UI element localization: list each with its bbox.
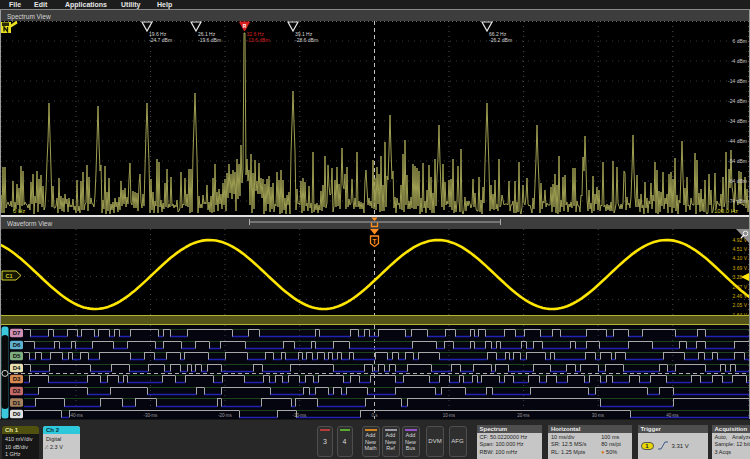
- svg-text:2.46 V: 2.46 V: [733, 293, 748, 299]
- svg-text:-30 ms: -30 ms: [144, 413, 159, 418]
- svg-text:D2: D2: [13, 388, 21, 394]
- svg-text:D3: D3: [13, 376, 21, 382]
- svg-text:-24.7 dBm: -24.7 dBm: [149, 37, 172, 43]
- svg-text:-24 dBm: -24 dBm: [728, 98, 747, 104]
- svg-text:0 Hz: 0 Hz: [13, 208, 25, 214]
- svg-text:100.0 Hz: 100.0 Hz: [714, 208, 738, 214]
- svg-text:-4 dBm: -4 dBm: [731, 58, 747, 64]
- svg-text:3.69 V: 3.69 V: [733, 265, 748, 271]
- svg-text:C1: C1: [5, 273, 12, 279]
- svg-text:-14 dBm: -14 dBm: [728, 78, 747, 84]
- svg-text:R: R: [243, 23, 247, 29]
- svg-text:4.51 V: 4.51 V: [733, 246, 748, 252]
- svg-text:D1: D1: [13, 400, 21, 406]
- svg-text:-10 ms: -10 ms: [293, 413, 308, 418]
- svg-text:26.1 Hz: 26.1 Hz: [198, 31, 216, 37]
- svg-text:D7: D7: [13, 330, 21, 336]
- svg-text:-64 dBm: -64 dBm: [728, 178, 747, 184]
- svg-text:30 ms: 30 ms: [592, 413, 605, 418]
- svg-text:-40 ms: -40 ms: [69, 413, 84, 418]
- svg-text:-34 dBm: -34 dBm: [728, 118, 747, 124]
- svg-text:T: T: [373, 238, 377, 245]
- svg-text:D6: D6: [13, 342, 21, 348]
- svg-text:66.2 Hz: 66.2 Hz: [489, 31, 507, 37]
- svg-text:20 ms: 20 ms: [517, 413, 530, 418]
- svg-text:-74 dBm: -74 dBm: [728, 198, 747, 204]
- svg-text:-20 ms: -20 ms: [218, 413, 233, 418]
- svg-text:-44 dBm: -44 dBm: [728, 138, 747, 144]
- svg-text:39.1 Hz: 39.1 Hz: [295, 31, 313, 37]
- svg-text:32.6 Hz: 32.6 Hz: [247, 31, 265, 37]
- svg-text:19.6 Hz: 19.6 Hz: [149, 31, 167, 37]
- svg-text:-54 dBm: -54 dBm: [728, 158, 747, 164]
- svg-text:4.10 V: 4.10 V: [733, 255, 748, 261]
- svg-text:-26.2 dBm: -26.2 dBm: [489, 37, 512, 43]
- svg-text:40 ms: 40 ms: [666, 413, 679, 418]
- svg-text:D5: D5: [13, 353, 21, 359]
- svg-text:0 s: 0 s: [371, 413, 378, 418]
- svg-text:-28.6 dBm: -28.6 dBm: [295, 37, 318, 43]
- svg-text:2.05 V: 2.05 V: [733, 302, 748, 308]
- svg-text:2.87 V: 2.87 V: [733, 284, 748, 290]
- svg-text:6 dBm: 6 dBm: [733, 38, 747, 44]
- svg-text:D0: D0: [13, 411, 21, 417]
- svg-text:-19.6 dBm: -19.6 dBm: [198, 37, 221, 43]
- svg-text:10 ms: 10 ms: [443, 413, 456, 418]
- svg-text:-13.6 dBm: -13.6 dBm: [247, 37, 270, 43]
- svg-text:D4: D4: [13, 365, 21, 371]
